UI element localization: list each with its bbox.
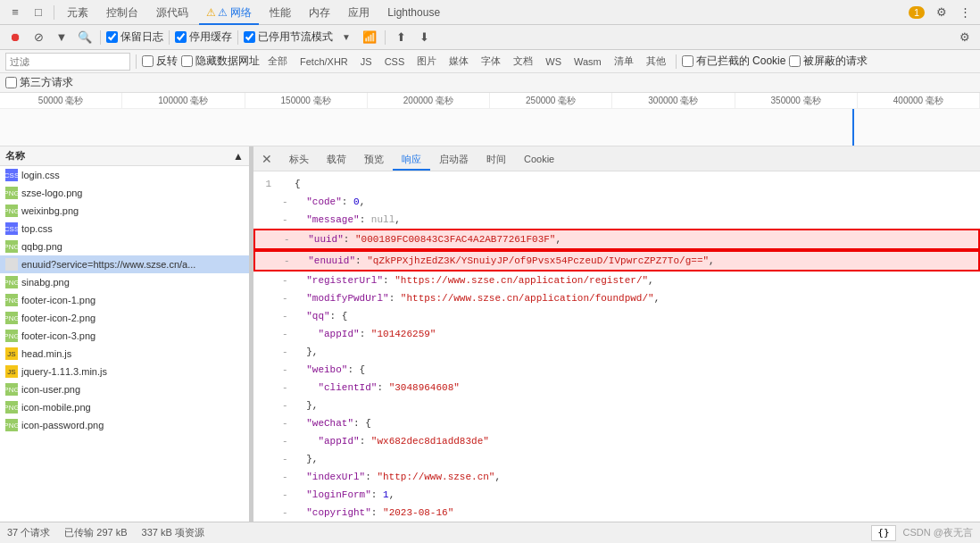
- panel-close-button[interactable]: ✕: [257, 149, 277, 169]
- timeline-label-2: 100000 毫秒: [122, 93, 245, 108]
- json-line: - },: [253, 450, 980, 468]
- file-item[interactable]: PNGweixin­bg.png: [0, 202, 249, 220]
- timeline-content[interactable]: [0, 109, 980, 146]
- file-item-name: top.css: [21, 223, 53, 234]
- clear-button[interactable]: ⊘: [29, 28, 48, 47]
- json-line: - "registerUrl": "https://www.szse.cn/ap…: [253, 272, 980, 289]
- response-tab-预览[interactable]: 预览: [355, 147, 393, 171]
- warning-icon: ⚠: [206, 6, 216, 19]
- js-filter-btn[interactable]: JS: [356, 55, 377, 68]
- disable-cache-checkbox[interactable]: 停用缓存: [175, 29, 232, 45]
- line-content: "message": null,: [295, 211, 973, 229]
- file-item[interactable]: PNGfooter-icon-3.png: [0, 327, 249, 345]
- format-json-button[interactable]: {}: [871, 525, 895, 541]
- throttle-checkbox[interactable]: 已停用节流模式: [244, 29, 333, 45]
- reverse-filter-checkbox[interactable]: 反转: [142, 54, 178, 69]
- timeline-label-1: 50000 毫秒: [0, 93, 122, 108]
- devtools-undock-icon[interactable]: □: [29, 3, 48, 22]
- tab-performance[interactable]: 性能: [262, 0, 298, 25]
- line-dash: -: [282, 432, 295, 450]
- timeline-label-8: 400000 毫秒: [858, 93, 980, 108]
- response-tab-启动器[interactable]: 启动器: [430, 147, 478, 171]
- response-tab-标头[interactable]: 标头: [280, 147, 318, 171]
- file-item[interactable]: JShead.min.js: [0, 345, 249, 363]
- wifi-icon[interactable]: 📶: [360, 28, 379, 47]
- throttle-dropdown-icon[interactable]: ▼: [336, 28, 356, 47]
- doc-filter-btn[interactable]: 文档: [509, 54, 537, 69]
- filter-input[interactable]: [5, 53, 130, 71]
- tab-lighthouse[interactable]: Lighthouse: [380, 0, 447, 25]
- filter-toggle-button[interactable]: ▼: [52, 28, 71, 47]
- third-party-row: 第三方请求: [0, 73, 980, 93]
- ws-filter-btn[interactable]: WS: [541, 55, 566, 68]
- preserve-log-checkbox[interactable]: 保留日志: [106, 29, 163, 45]
- wasm-filter-btn[interactable]: Wasm: [569, 55, 606, 68]
- json-line: - "uuid": "000189FC00843C3FAC4A2AB77261F…: [253, 229, 980, 250]
- response-tab-载荷[interactable]: 载荷: [318, 147, 355, 171]
- line-dash: -: [282, 307, 295, 325]
- file-item[interactable]: PNGfooter-icon-2.png: [0, 309, 249, 327]
- css-filter-btn[interactable]: CSS: [380, 55, 410, 68]
- response-tab-Cookie[interactable]: Cookie: [515, 147, 563, 171]
- third-party-checkbox[interactable]: 第三方请求: [5, 75, 73, 90]
- json-line: - },: [253, 343, 980, 361]
- json-line: - "qq": {: [253, 307, 980, 325]
- hidden-data-checkbox[interactable]: 隐藏数据网址: [181, 54, 260, 69]
- font-filter-btn[interactable]: 字体: [477, 54, 505, 69]
- file-item[interactable]: PNGicon-password.png: [0, 416, 249, 434]
- line-content: "modifyPwdUrl": "https://www.szse.cn/app…: [295, 289, 973, 307]
- file-item[interactable]: PNGicon-mobile.png: [0, 398, 249, 416]
- response-panel-header: ✕ 标头载荷预览响应启动器时间Cookie: [253, 146, 980, 171]
- file-item[interactable]: CSStop.css: [0, 220, 249, 238]
- blocked-req-checkbox[interactable]: 被屏蔽的请求: [789, 54, 868, 69]
- response-tab-时间[interactable]: 时间: [478, 147, 515, 171]
- media-filter-btn[interactable]: 媒体: [444, 54, 473, 69]
- file-item[interactable]: PNGfooter-icon-1.png: [0, 291, 249, 309]
- file-item[interactable]: JSjquery-1.11.3.min.js: [0, 363, 249, 380]
- settings-icon[interactable]: ⚙: [932, 3, 951, 22]
- file-item[interactable]: PNGszse-logo.png: [0, 184, 249, 202]
- line-content: "appId": "wx682dec8d1add83de": [295, 432, 973, 450]
- timeline-label-7: 350000 毫秒: [735, 93, 858, 108]
- download-icon[interactable]: ⬇: [414, 28, 434, 47]
- file-item[interactable]: PNGsinabg.png: [0, 273, 249, 291]
- blocked-cookie-checkbox[interactable]: 有已拦截的 Cookie: [682, 54, 786, 69]
- line-content: },: [295, 450, 973, 468]
- tab-sources[interactable]: 源代码: [149, 0, 195, 25]
- file-item[interactable]: CSSlogin.css: [0, 166, 249, 184]
- clear-filter-btn[interactable]: 清单: [610, 54, 638, 69]
- line-dash: -: [282, 211, 295, 229]
- network-toolbar: ⏺ ⊘ ▼ 🔍 保留日志 停用缓存 已停用节流模式 ▼ 📶 ⬆ ⬇ ⚙: [0, 25, 980, 50]
- file-item-name: footer-icon-1.png: [21, 295, 96, 305]
- file-item[interactable]: PNGqqbg.png: [0, 238, 249, 255]
- network-settings-icon[interactable]: ⚙: [955, 28, 975, 47]
- json-line: - "weibo": {: [253, 361, 980, 379]
- file-item[interactable]: PNGicon-user.png: [0, 380, 249, 398]
- tab-application[interactable]: 应用: [341, 0, 377, 25]
- line-number: 1: [253, 175, 282, 193]
- record-button[interactable]: ⏺: [5, 28, 25, 47]
- tab-console[interactable]: 控制台: [99, 0, 145, 25]
- sort-icon[interactable]: ▲: [233, 150, 244, 163]
- line-dash: -: [284, 252, 296, 270]
- devtools-menu-icon[interactable]: ≡: [5, 3, 25, 22]
- search-button[interactable]: 🔍: [75, 28, 95, 47]
- file-item[interactable]: enuuid?service=https://www.szse.cn/a...: [0, 255, 249, 273]
- line-dash: -: [282, 289, 295, 307]
- upload-icon[interactable]: ⬆: [391, 28, 411, 47]
- file-item-name: qqbg.png: [21, 241, 62, 252]
- response-tab-响应[interactable]: 响应: [393, 147, 430, 171]
- fetch-xhr-filter-btn[interactable]: Fetch/XHR: [295, 55, 353, 68]
- img-filter-btn[interactable]: 图片: [412, 54, 441, 69]
- file-type-icon: CSS: [5, 222, 18, 235]
- tab-elements[interactable]: 元素: [60, 0, 96, 25]
- file-item-name: icon-user.png: [21, 384, 80, 395]
- status-right-area: {} CSDN @夜无言: [871, 525, 973, 541]
- tab-memory[interactable]: 内存: [302, 0, 337, 25]
- tab-network[interactable]: ⚠⚠ 网络: [199, 0, 259, 25]
- all-filter-btn[interactable]: 全部: [263, 54, 292, 69]
- file-type-icon: CSS: [5, 169, 18, 181]
- other-filter-btn[interactable]: 其他: [642, 54, 670, 69]
- line-dash: -: [282, 361, 295, 379]
- more-icon[interactable]: ⋮: [955, 3, 975, 22]
